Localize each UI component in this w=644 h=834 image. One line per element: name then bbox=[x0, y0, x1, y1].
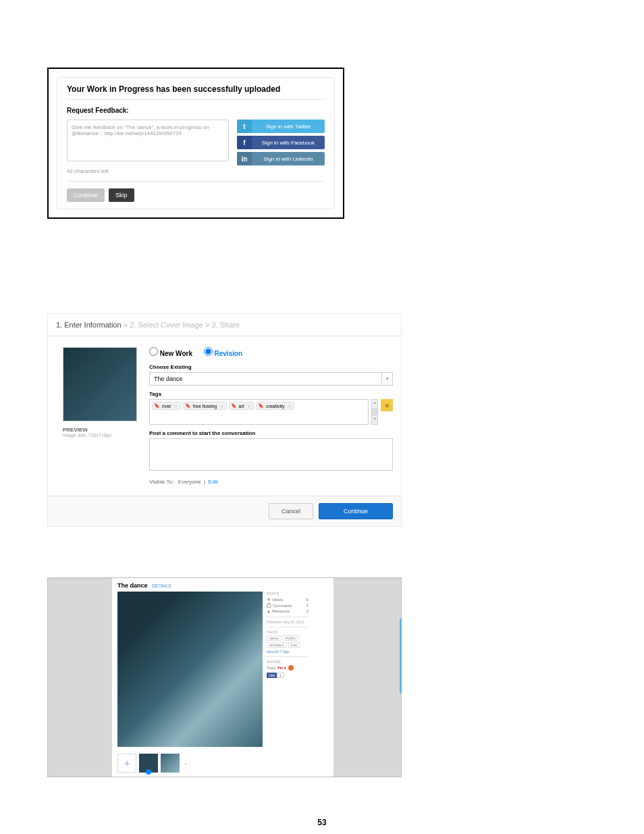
tags-scrollbar[interactable]: ▴▾ bbox=[371, 399, 378, 425]
facebook-signin-button[interactable]: f Sign in with Facebook bbox=[237, 136, 325, 149]
cancel-button[interactable]: Cancel bbox=[269, 503, 313, 519]
tag-item: 🔖free flowing× bbox=[183, 402, 227, 410]
tag-item: 🔖art× bbox=[229, 402, 254, 410]
tags-input[interactable]: 🔖river× 🔖free flowing× 🔖art× 🔖creativity… bbox=[149, 399, 369, 425]
feedback-textarea[interactable]: Give me feedback on "The dance", a work-… bbox=[67, 120, 229, 161]
tag-chip[interactable]: dance bbox=[267, 635, 281, 641]
work-detail-panel: The dance DETAILS STATS 👁Views6 💬Comment… bbox=[47, 577, 402, 777]
featured-star-button[interactable]: ★ bbox=[381, 399, 393, 411]
main-image bbox=[117, 592, 263, 747]
linkedin-label: Sign in with LinkedIn bbox=[252, 156, 325, 162]
tag-icon: 🔖 bbox=[258, 403, 264, 409]
visibility-row: Visible To: Everyone | Edit bbox=[149, 479, 393, 485]
chevron-down-icon[interactable]: ▾ bbox=[382, 372, 393, 386]
work-type-radios: New Work Revision bbox=[149, 347, 393, 357]
social-buttons: t Sign in with Twitter f Sign in with Fa… bbox=[237, 120, 325, 165]
card: Your Work in Progress has been successfu… bbox=[57, 77, 335, 209]
stat-comments: 💬Comments1 bbox=[267, 602, 308, 608]
tag-icon: 🔖 bbox=[231, 403, 237, 409]
published-date: Published: May 20, 2013 bbox=[267, 620, 308, 624]
tag-remove-icon[interactable]: × bbox=[173, 404, 179, 409]
tag-chip[interactable]: rhythm bbox=[283, 635, 298, 641]
twitter-label: Sign in with Twitter bbox=[252, 124, 325, 130]
breadcrumb: 1. Enter Information > 2. Select Cover I… bbox=[48, 314, 401, 336]
tag-item: 🔖river× bbox=[152, 402, 181, 410]
tag-chip[interactable]: river bbox=[288, 642, 300, 648]
stat-views: 👁Views6 bbox=[267, 597, 308, 602]
stat-revisions: ▲Revisions2 bbox=[267, 608, 308, 614]
work-title: The dance DETAILS bbox=[117, 582, 328, 589]
twitter-signin-button[interactable]: t Sign in with Twitter bbox=[237, 120, 325, 133]
tag-icon: 🔖 bbox=[185, 403, 191, 409]
tags-header: TAGS bbox=[267, 630, 308, 634]
tag-remove-icon[interactable]: × bbox=[287, 404, 292, 409]
edit-visibility-link[interactable]: Edit bbox=[209, 479, 218, 485]
twitter-icon: t bbox=[237, 120, 252, 133]
add-revision-button[interactable]: + bbox=[117, 754, 136, 773]
request-feedback-label: Request Feedback: bbox=[67, 107, 325, 114]
status-link[interactable]: DETAILS bbox=[152, 583, 171, 588]
continue-button[interactable]: Continue bbox=[67, 188, 105, 202]
comment-icon: 💬 bbox=[267, 604, 271, 608]
tweet-button[interactable]: Tweet bbox=[267, 666, 275, 670]
choose-existing-select[interactable]: The dance bbox=[149, 372, 382, 386]
comment-textarea[interactable] bbox=[149, 438, 393, 471]
crumb-step-1: 1. Enter Information bbox=[56, 321, 122, 329]
chars-left: 42 characters left bbox=[67, 168, 325, 174]
pin-icon bbox=[288, 665, 294, 671]
visibility-value: Everyone bbox=[178, 479, 201, 485]
linkedin-icon: in bbox=[237, 152, 252, 165]
stats-header: STATS bbox=[267, 592, 308, 596]
sidebar: STATS 👁Views6 💬Comments1 ▲Revisions2 Pub… bbox=[267, 592, 308, 750]
share-header: SHARE bbox=[267, 660, 308, 664]
tag-chip[interactable]: animation bbox=[267, 642, 287, 648]
tags-label: Tags bbox=[149, 391, 393, 397]
like-button[interactable]: Like bbox=[267, 673, 277, 678]
preview-size: Image size: 710x710px bbox=[63, 433, 144, 438]
preview-image bbox=[63, 347, 137, 421]
like-count: 1 bbox=[277, 673, 284, 678]
crumb-step-2: 2. Select Cover Image bbox=[130, 321, 203, 329]
page-number: 53 bbox=[47, 818, 597, 827]
revision-radio[interactable]: Revision bbox=[204, 350, 242, 357]
left-gutter bbox=[48, 578, 112, 777]
revision-thumbnails: + • · bbox=[117, 754, 328, 773]
choose-existing-label: Choose Existing bbox=[149, 364, 393, 370]
facebook-label: Sign in with Facebook bbox=[252, 140, 325, 146]
panel-title: Your Work in Progress has been successfu… bbox=[67, 84, 325, 100]
upload-success-panel: Your Work in Progress has been successfu… bbox=[47, 68, 344, 219]
crumb-step-3: 3. Share bbox=[212, 321, 240, 329]
comment-label: Post a comment to start the conversation bbox=[149, 430, 393, 436]
right-gutter bbox=[333, 578, 401, 777]
linkedin-signin-button[interactable]: in Sign in with LinkedIn bbox=[237, 152, 325, 165]
tag-remove-icon[interactable]: × bbox=[219, 404, 225, 409]
facebook-icon: f bbox=[237, 136, 252, 149]
tag-icon: 🔖 bbox=[154, 403, 160, 409]
eye-icon: 👁 bbox=[267, 598, 271, 602]
thumbnail-2[interactable] bbox=[161, 754, 180, 773]
thumbnail-1[interactable] bbox=[139, 754, 158, 773]
pinit-button[interactable]: Pin it bbox=[277, 666, 286, 670]
thumbnail-pager: • · bbox=[185, 760, 190, 766]
revision-icon: ▲ bbox=[267, 609, 271, 613]
tag-item: 🔖creativity× bbox=[256, 402, 294, 410]
preview-label: PREVIEW bbox=[63, 427, 144, 433]
enter-information-panel: 1. Enter Information > 2. Select Cover I… bbox=[47, 313, 402, 527]
view-all-tags-link[interactable]: View All 7 Tags bbox=[267, 650, 308, 654]
scroll-indicator[interactable] bbox=[400, 619, 402, 693]
new-work-radio[interactable]: New Work bbox=[149, 350, 192, 357]
skip-button[interactable]: Skip bbox=[109, 188, 134, 202]
continue-button[interactable]: Continue bbox=[319, 503, 393, 519]
tag-remove-icon[interactable]: × bbox=[246, 404, 252, 409]
